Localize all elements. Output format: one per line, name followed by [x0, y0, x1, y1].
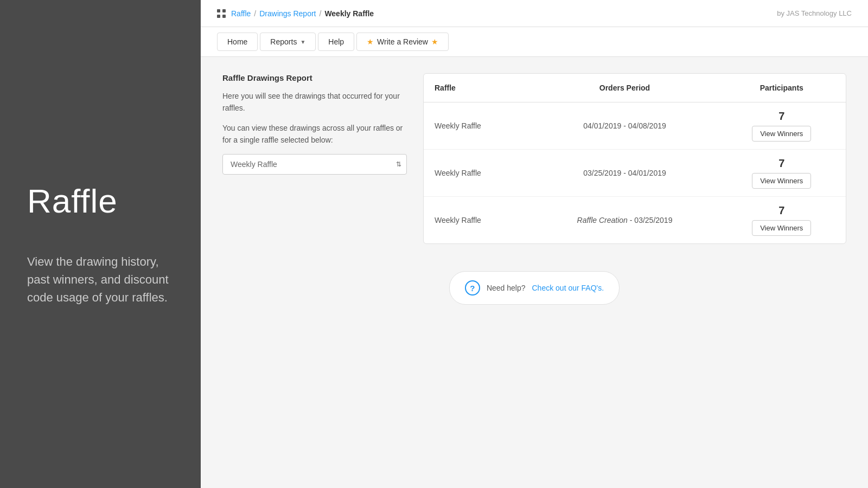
help-text: Need help? — [487, 284, 526, 292]
raffle-select[interactable]: All Raffles Weekly Raffle — [222, 154, 407, 175]
breadcrumb-root[interactable]: Raffle — [231, 9, 251, 18]
participant-count: 7 — [778, 110, 784, 123]
svg-rect-2 — [217, 15, 220, 18]
topbar: Raffle / Drawings Report / Weekly Raffle… — [201, 0, 868, 27]
navbar: Home Reports ▼ Help ★ Write a Review ★ — [201, 27, 868, 57]
content-area: Raffle Drawings Report Here you will see… — [201, 57, 868, 260]
col-header-orders-period: Orders Period — [532, 74, 717, 102]
cell-participants: 7View Winners — [718, 197, 846, 244]
table-row: Weekly RaffleRaffle Creation - 03/25/201… — [424, 197, 846, 244]
left-panel: Raffle Drawings Report Here you will see… — [222, 73, 407, 244]
cell-participants: 7View Winners — [718, 102, 846, 150]
cell-orders-period: 04/01/2019 - 04/08/2019 — [532, 102, 717, 150]
breadcrumb-current: Weekly Raffle — [324, 9, 374, 18]
sidebar-tagline: View the drawing history, past winners, … — [27, 253, 174, 306]
brand-text: by JAS Technology LLC — [777, 9, 852, 17]
table-row: Weekly Raffle04/01/2019 - 04/08/20197Vie… — [424, 102, 846, 150]
view-winners-button[interactable]: View Winners — [752, 220, 811, 236]
help-section: ? Need help? Check out our FAQ's. — [201, 260, 868, 326]
help-faq-link[interactable]: Check out our FAQ's. — [532, 284, 604, 292]
cell-raffle-name: Weekly Raffle — [424, 102, 532, 150]
report-title: Raffle Drawings Report — [222, 73, 407, 82]
participant-count: 7 — [778, 204, 784, 217]
sidebar: Raffle View the drawing history, past wi… — [0, 0, 201, 488]
reports-chevron-icon: ▼ — [300, 39, 305, 45]
view-winners-button[interactable]: View Winners — [752, 173, 811, 189]
breadcrumb: Raffle / Drawings Report / Weekly Raffle — [217, 9, 374, 18]
app-title: Raffle — [27, 182, 174, 220]
cell-raffle-name: Weekly Raffle — [424, 150, 532, 197]
breadcrumb-sep1: / — [254, 9, 256, 18]
report-desc2: You can view these drawings across all y… — [222, 122, 407, 146]
col-header-raffle: Raffle — [424, 74, 532, 102]
cell-raffle-name: Weekly Raffle — [424, 197, 532, 244]
participant-count: 7 — [778, 157, 784, 170]
star-left-icon: ★ — [367, 37, 374, 46]
cell-orders-period: 03/25/2019 - 04/01/2019 — [532, 150, 717, 197]
main-content: Raffle / Drawings Report / Weekly Raffle… — [201, 0, 868, 488]
breadcrumb-sep2: / — [319, 9, 321, 18]
svg-rect-1 — [222, 9, 226, 12]
svg-rect-3 — [222, 15, 226, 18]
help-box: ? Need help? Check out our FAQ's. — [449, 271, 620, 305]
cell-participants: 7View Winners — [718, 150, 846, 197]
write-review-button[interactable]: ★ Write a Review ★ — [356, 33, 449, 51]
star-right-icon: ★ — [431, 37, 438, 46]
col-header-participants: Participants — [718, 74, 846, 102]
svg-rect-0 — [217, 9, 220, 12]
view-winners-button[interactable]: View Winners — [752, 126, 811, 142]
report-table-container: Raffle Orders Period Participants Weekly… — [423, 73, 846, 244]
reports-button[interactable]: Reports ▼ — [260, 33, 316, 51]
report-desc1: Here you will see the drawings that occu… — [222, 90, 407, 114]
breadcrumb-drawings-report[interactable]: Drawings Report — [259, 9, 316, 18]
cell-orders-period: Raffle Creation - 03/25/2019 — [532, 197, 717, 244]
report-table: Raffle Orders Period Participants Weekly… — [424, 74, 846, 243]
help-button[interactable]: Help — [318, 33, 354, 51]
help-icon: ? — [465, 280, 480, 296]
grid-icon — [217, 9, 226, 18]
raffle-select-wrapper: All Raffles Weekly Raffle ⇅ — [222, 154, 407, 175]
table-row: Weekly Raffle03/25/2019 - 04/01/20197Vie… — [424, 150, 846, 197]
home-button[interactable]: Home — [217, 33, 258, 51]
table-header-row: Raffle Orders Period Participants — [424, 74, 846, 102]
